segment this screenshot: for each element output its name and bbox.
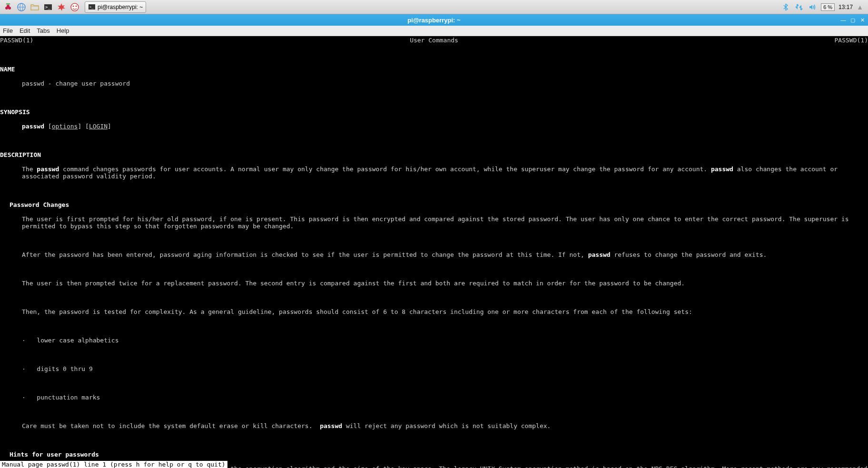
clock[interactable]: 13:17 (838, 4, 853, 10)
cpu-usage[interactable]: 6 % (821, 3, 835, 11)
taskbar-app-terminal[interactable]: >_ pi@raspberrypi: ~ (85, 1, 146, 13)
burst-icon[interactable] (55, 1, 68, 13)
close-button[interactable]: ✕ (858, 16, 866, 24)
svg-text:>_: >_ (45, 5, 50, 10)
window-controls: — ▢ ✕ (839, 16, 868, 24)
bullet-3: · punctuation marks (0, 394, 868, 401)
taskbar-app-label: pi@raspberrypi: ~ (98, 4, 143, 10)
eject-icon[interactable]: ▲ (857, 3, 863, 11)
pc-para-3: The user is then prompted twice for a re… (0, 280, 868, 287)
section-synopsis: SYNOPSIS (0, 108, 868, 116)
description-para-1: The passwd command changes passwords for… (0, 166, 868, 180)
terminal-app-icon: >_ (88, 3, 96, 11)
window-title: pi@raspberrypi: ~ (407, 17, 460, 24)
section-name: NAME (0, 66, 868, 73)
hints-heading: Hints for user passwords (10, 451, 99, 458)
taskbar: >_ >_ pi@raspberrypi: ~ 6 % 13:17 ▲ (0, 0, 868, 14)
terminal[interactable]: PASSWD(1) User Commands PASSWD(1) NAME p… (0, 36, 868, 468)
bullet-1: · lower case alphabetics (0, 337, 868, 344)
menu-tabs[interactable]: Tabs (37, 27, 49, 34)
man-header: PASSWD(1) User Commands PASSWD(1) (0, 36, 868, 44)
man-content: NAME passwd - change user password SYNOP… (0, 44, 868, 468)
taskbar-left: >_ >_ pi@raspberrypi: ~ (2, 1, 146, 13)
menu-file[interactable]: File (3, 27, 13, 34)
menu-help[interactable]: Help (57, 27, 69, 34)
taskbar-right: 6 % 13:17 ▲ (781, 2, 866, 12)
pc-para-1: The user is first prompted for his/her o… (0, 215, 868, 230)
minimize-button[interactable]: — (839, 16, 847, 24)
name-line: passwd - change user password (0, 80, 868, 87)
synopsis-line: passwd [options] [LOGIN] (0, 123, 868, 130)
bluetooth-icon[interactable] (781, 2, 790, 12)
window-titlebar[interactable]: pi@raspberrypi: ~ — ▢ ✕ (0, 14, 868, 26)
pc-para-2: After the password has been entered, pas… (0, 251, 868, 258)
volume-icon[interactable] (808, 2, 817, 12)
pc-para-5: Care must be taken not to include the sy… (0, 422, 868, 429)
raspberry-icon[interactable] (2, 1, 14, 13)
terminal-icon[interactable]: >_ (42, 1, 54, 13)
svg-marker-8 (58, 3, 65, 11)
man-header-right: PASSWD(1) (835, 37, 868, 44)
bug-icon[interactable] (69, 1, 81, 13)
svg-point-10 (73, 5, 74, 7)
svg-point-11 (76, 5, 77, 7)
bullet-2: · digits 0 thru 9 (0, 365, 868, 372)
man-header-left: PASSWD(1) (0, 37, 33, 44)
svg-text:>_: >_ (89, 5, 94, 9)
man-statusline: Manual page passwd(1) line 1 (press h fo… (0, 461, 227, 468)
menu-edit[interactable]: Edit (20, 27, 30, 34)
pc-para-4: Then, the password is tested for complex… (0, 308, 868, 315)
svg-point-2 (7, 5, 10, 8)
globe-icon[interactable] (15, 1, 28, 13)
section-description: DESCRIPTION (0, 151, 868, 158)
man-header-center: User Commands (410, 37, 458, 44)
password-changes-heading: Password Changes (10, 201, 69, 208)
svg-point-9 (71, 3, 79, 11)
folder-icon[interactable] (29, 1, 41, 13)
maximize-button[interactable]: ▢ (849, 16, 857, 24)
network-icon[interactable] (794, 2, 804, 12)
menubar: File Edit Tabs Help (0, 26, 868, 36)
